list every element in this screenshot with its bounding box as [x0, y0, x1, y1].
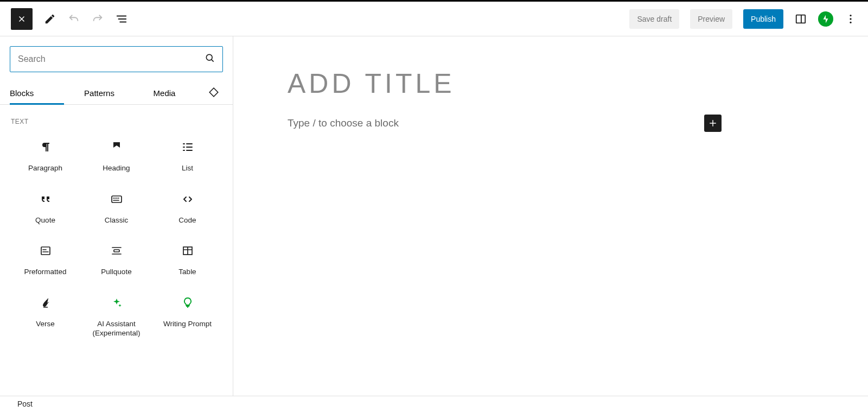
block-grid: Paragraph Heading List Quote Classic Cod…	[10, 130, 223, 347]
block-inserter-panel: Blocks Patterns Media TEXT Paragraph Hea…	[0, 36, 233, 396]
pattern-explorer-button[interactable]	[208, 86, 233, 100]
settings-sidebar-button[interactable]	[794, 12, 807, 26]
redo-button[interactable]	[91, 12, 104, 26]
block-label: Pullquote	[101, 267, 131, 277]
writing-prompt-icon	[181, 296, 194, 309]
document-overview-button[interactable]	[115, 12, 128, 26]
block-classic[interactable]: Classic	[81, 182, 152, 234]
search-input[interactable]	[10, 46, 223, 72]
undo-button[interactable]	[67, 12, 80, 26]
kebab-icon	[845, 13, 857, 25]
chevron-double-icon	[208, 86, 220, 98]
block-label: Verse	[36, 319, 55, 329]
pencil-icon	[44, 13, 56, 25]
tab-patterns[interactable]: Patterns	[64, 82, 135, 104]
paragraph-icon	[39, 141, 52, 154]
block-label: Table	[178, 267, 196, 277]
redo-icon	[92, 13, 104, 25]
block-preformatted[interactable]: Preformatted	[10, 233, 81, 286]
search-icon	[205, 53, 215, 66]
tab-blocks[interactable]: Blocks	[10, 82, 64, 104]
block-label: Preformatted	[24, 267, 66, 277]
tab-media[interactable]: Media	[135, 82, 194, 104]
block-list[interactable]: List	[152, 130, 223, 182]
block-label: Writing Prompt	[163, 319, 212, 329]
breadcrumb-label: Post	[17, 400, 33, 408]
breadcrumb[interactable]: Post	[0, 396, 868, 412]
block-pullquote[interactable]: Pullquote	[81, 233, 152, 286]
block-table[interactable]: Table	[152, 233, 223, 286]
list-view-icon	[116, 13, 127, 25]
post-title-input[interactable]: Add title	[288, 68, 814, 99]
block-quote[interactable]: Quote	[10, 182, 81, 234]
save-draft-button[interactable]: Save draft	[629, 9, 679, 29]
preformatted-icon	[39, 244, 52, 257]
category-label-text: TEXT	[11, 118, 222, 125]
plus-icon	[708, 118, 718, 128]
jetpack-icon	[821, 14, 831, 24]
pullquote-icon	[110, 244, 123, 257]
block-code[interactable]: Code	[152, 182, 223, 234]
edit-tool-button[interactable]	[43, 12, 56, 26]
svg-rect-5	[209, 88, 218, 97]
svg-rect-7	[41, 247, 50, 255]
sidebar-icon	[795, 13, 807, 25]
code-icon	[181, 193, 194, 206]
block-label: Heading	[103, 163, 130, 173]
ai-assistant-icon	[110, 296, 123, 309]
block-ai-assistant[interactable]: AI Assistant (Experimental)	[81, 286, 152, 347]
top-toolbar: Save draft Preview Publish	[0, 2, 868, 36]
svg-rect-6	[112, 196, 122, 202]
editor-canvas: Add title Type / to choose a block	[233, 36, 868, 396]
jetpack-button[interactable]	[818, 11, 833, 27]
preview-button[interactable]: Preview	[690, 9, 732, 29]
more-options-button[interactable]	[844, 12, 857, 26]
publish-button[interactable]: Publish	[743, 9, 783, 29]
close-icon	[17, 14, 27, 24]
block-verse[interactable]: Verse	[10, 286, 81, 347]
block-label: Paragraph	[28, 163, 62, 173]
block-label: Code	[178, 215, 196, 225]
list-icon	[181, 141, 194, 154]
block-writing-prompt[interactable]: Writing Prompt	[152, 286, 223, 347]
post-body-placeholder[interactable]: Type / to choose a block	[288, 117, 399, 129]
quote-icon	[39, 193, 52, 206]
block-label: Classic	[105, 215, 129, 225]
verse-icon	[39, 296, 52, 309]
add-block-button[interactable]	[704, 115, 722, 132]
block-heading[interactable]: Heading	[81, 130, 152, 182]
svg-point-1	[850, 14, 851, 16]
block-label: AI Assistant (Experimental)	[83, 319, 150, 338]
block-label: Quote	[35, 215, 55, 225]
undo-icon	[68, 13, 80, 25]
svg-point-4	[206, 54, 212, 60]
svg-point-3	[850, 21, 851, 23]
table-icon	[181, 244, 194, 257]
block-label: List	[182, 163, 193, 173]
svg-rect-8	[114, 250, 119, 252]
block-paragraph[interactable]: Paragraph	[10, 130, 81, 182]
close-inserter-button[interactable]	[11, 8, 33, 30]
heading-icon	[110, 141, 123, 154]
svg-point-2	[850, 18, 851, 20]
classic-icon	[110, 193, 123, 206]
